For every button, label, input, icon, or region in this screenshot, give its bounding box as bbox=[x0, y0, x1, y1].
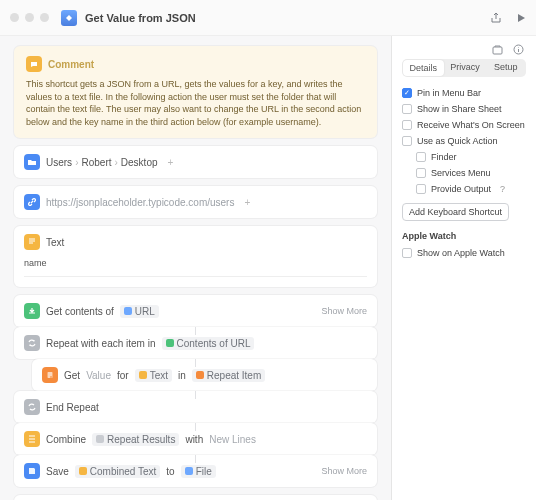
text-icon bbox=[24, 234, 40, 250]
text-input[interactable]: name bbox=[24, 254, 367, 272]
file-pill[interactable]: File bbox=[181, 465, 216, 478]
show-more-button[interactable]: Show More bbox=[321, 306, 367, 316]
help-icon[interactable]: ? bbox=[500, 184, 505, 194]
pin-menu-bar-checkbox[interactable]: ✓Pin in Menu Bar bbox=[402, 85, 526, 101]
folder-icon bbox=[24, 154, 40, 170]
url-action[interactable]: https://jsonplaceholder.typicode.com/use… bbox=[14, 186, 377, 218]
tab-privacy[interactable]: Privacy bbox=[445, 59, 486, 77]
save-icon bbox=[24, 463, 40, 479]
library-icon[interactable] bbox=[492, 44, 503, 55]
run-icon[interactable] bbox=[516, 13, 526, 23]
tab-details[interactable]: Details bbox=[403, 60, 444, 76]
window-title: Get Value from JSON bbox=[85, 12, 490, 24]
svg-rect-3 bbox=[493, 47, 502, 54]
share-icon[interactable] bbox=[490, 12, 502, 24]
show-apple-watch-checkbox[interactable]: Show on Apple Watch bbox=[402, 245, 526, 261]
contents-variable-pill[interactable]: Contents of URL bbox=[162, 337, 255, 350]
min-dot[interactable] bbox=[25, 13, 34, 22]
sidebar-tabs[interactable]: Details Privacy Setup bbox=[402, 59, 526, 77]
repeat-item-pill[interactable]: Repeat Item bbox=[192, 369, 265, 382]
apple-watch-section: Apple Watch bbox=[402, 231, 526, 241]
provide-output-checkbox[interactable]: Provide Output? bbox=[416, 181, 526, 197]
download-icon bbox=[24, 303, 40, 319]
breadcrumb[interactable]: Users›Robert›Desktop bbox=[46, 157, 158, 168]
shortcut-icon bbox=[61, 10, 77, 26]
get-contents-action[interactable]: Get contents of URL Show More bbox=[14, 295, 377, 327]
text-action[interactable]: Text name bbox=[14, 226, 377, 287]
text-label: Text bbox=[46, 237, 64, 248]
get-value-action[interactable]: Get Value for Text in Repeat Item bbox=[32, 359, 377, 391]
end-repeat-label: End Repeat bbox=[46, 402, 99, 413]
quick-action-checkbox[interactable]: Use as Quick Action bbox=[402, 133, 526, 149]
show-more-button[interactable]: Show More bbox=[321, 466, 367, 476]
tab-setup[interactable]: Setup bbox=[485, 59, 526, 77]
receive-screen-checkbox[interactable]: Receive What's On Screen bbox=[402, 117, 526, 133]
combine-icon bbox=[24, 431, 40, 447]
comment-icon bbox=[26, 56, 42, 72]
repeat-results-pill[interactable]: Repeat Results bbox=[92, 433, 179, 446]
link-icon bbox=[24, 194, 40, 210]
info-icon[interactable] bbox=[513, 44, 524, 55]
share-sheet-checkbox[interactable]: Show in Share Sheet bbox=[402, 101, 526, 117]
dictionary-icon bbox=[42, 367, 58, 383]
comment-heading: Comment bbox=[48, 59, 94, 70]
services-menu-checkbox[interactable]: Services Menu bbox=[416, 165, 526, 181]
repeat-label: Repeat with each item in bbox=[46, 338, 156, 349]
end-repeat-icon bbox=[24, 399, 40, 415]
add-url-icon[interactable]: + bbox=[244, 197, 250, 208]
close-dot[interactable] bbox=[10, 13, 19, 22]
add-keyboard-shortcut-button[interactable]: Add Keyboard Shortcut bbox=[402, 203, 509, 221]
max-dot[interactable] bbox=[40, 13, 49, 22]
workflow-canvas: Comment This shortcut gets a JSON from a… bbox=[0, 36, 391, 500]
url-variable-pill[interactable]: URL bbox=[120, 305, 159, 318]
folder-action[interactable]: Users›Robert›Desktop + bbox=[14, 146, 377, 178]
window-controls[interactable] bbox=[10, 13, 49, 22]
add-path-icon[interactable]: + bbox=[168, 157, 174, 168]
comment-body: This shortcut gets a JSON from a URL, ge… bbox=[26, 78, 365, 128]
url-value[interactable]: https://jsonplaceholder.typicode.com/use… bbox=[46, 197, 234, 208]
combined-text-pill[interactable]: Combined Text bbox=[75, 465, 161, 478]
text-variable-pill[interactable]: Text bbox=[135, 369, 172, 382]
comment-action[interactable]: Comment This shortcut gets a JSON from a… bbox=[14, 46, 377, 138]
combine-mode[interactable]: New Lines bbox=[209, 434, 256, 445]
stop-action[interactable]: Stop this shortcut bbox=[14, 495, 377, 500]
finder-checkbox[interactable]: Finder bbox=[416, 149, 526, 165]
titlebar: Get Value from JSON bbox=[0, 0, 536, 36]
repeat-icon bbox=[24, 335, 40, 351]
get-contents-label: Get contents of bbox=[46, 306, 114, 317]
inspector-sidebar: Details Privacy Setup ✓Pin in Menu Bar S… bbox=[391, 36, 536, 500]
